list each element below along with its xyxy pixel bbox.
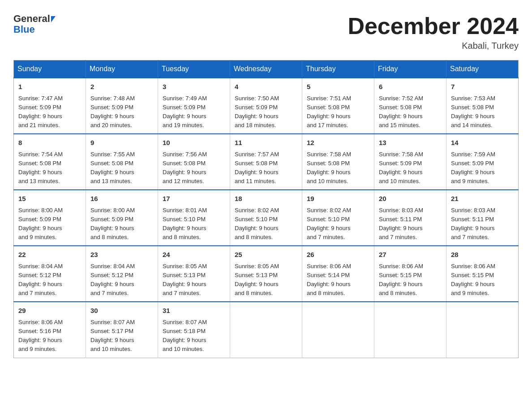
header-sunday: Sunday bbox=[14, 60, 86, 78]
calendar-table: SundayMondayTuesdayWednesdayThursdayFrid… bbox=[13, 60, 519, 358]
day-info: Sunrise: 7:49 AMSunset: 5:09 PMDaylight:… bbox=[163, 94, 225, 130]
calendar-cell bbox=[302, 302, 374, 358]
header-wednesday: Wednesday bbox=[230, 60, 302, 78]
day-info: Sunrise: 8:00 AMSunset: 5:09 PMDaylight:… bbox=[90, 206, 153, 242]
calendar-cell: 16Sunrise: 8:00 AMSunset: 5:09 PMDayligh… bbox=[86, 190, 158, 246]
calendar-cell: 19Sunrise: 8:02 AMSunset: 5:10 PMDayligh… bbox=[302, 190, 374, 246]
calendar-cell: 1Sunrise: 7:47 AMSunset: 5:09 PMDaylight… bbox=[14, 78, 86, 134]
header-thursday: Thursday bbox=[302, 60, 374, 78]
calendar-cell: 14Sunrise: 7:59 AMSunset: 5:09 PMDayligh… bbox=[446, 134, 519, 190]
calendar-cell: 30Sunrise: 8:07 AMSunset: 5:17 PMDayligh… bbox=[86, 302, 158, 358]
day-number: 20 bbox=[379, 194, 442, 204]
day-number: 31 bbox=[163, 306, 225, 316]
day-info: Sunrise: 8:07 AMSunset: 5:18 PMDaylight:… bbox=[163, 318, 225, 354]
day-number: 16 bbox=[90, 194, 153, 204]
day-number: 10 bbox=[163, 138, 225, 148]
calendar-cell: 31Sunrise: 8:07 AMSunset: 5:18 PMDayligh… bbox=[158, 302, 230, 358]
day-number: 15 bbox=[18, 194, 81, 204]
day-info: Sunrise: 7:47 AMSunset: 5:09 PMDaylight:… bbox=[18, 94, 81, 130]
day-info: Sunrise: 8:06 AMSunset: 5:14 PMDaylight:… bbox=[307, 262, 369, 298]
calendar-cell: 7Sunrise: 7:53 AMSunset: 5:08 PMDaylight… bbox=[446, 78, 519, 134]
day-number: 22 bbox=[18, 250, 81, 260]
day-info: Sunrise: 7:56 AMSunset: 5:08 PMDaylight:… bbox=[163, 150, 225, 186]
day-number: 3 bbox=[163, 82, 225, 92]
calendar-cell: 12Sunrise: 7:58 AMSunset: 5:08 PMDayligh… bbox=[302, 134, 374, 190]
day-number: 9 bbox=[90, 138, 153, 148]
calendar-cell: 18Sunrise: 8:02 AMSunset: 5:10 PMDayligh… bbox=[230, 190, 302, 246]
day-info: Sunrise: 8:03 AMSunset: 5:11 PMDaylight:… bbox=[451, 206, 514, 242]
day-number: 13 bbox=[379, 138, 442, 148]
day-number: 4 bbox=[235, 82, 297, 92]
week-row-4: 22Sunrise: 8:04 AMSunset: 5:12 PMDayligh… bbox=[14, 246, 519, 302]
calendar-cell bbox=[230, 302, 302, 358]
calendar-cell: 6Sunrise: 7:52 AMSunset: 5:08 PMDaylight… bbox=[374, 78, 446, 134]
day-info: Sunrise: 8:04 AMSunset: 5:12 PMDaylight:… bbox=[18, 262, 81, 298]
day-number: 21 bbox=[451, 194, 514, 204]
day-number: 28 bbox=[451, 250, 514, 260]
calendar-cell: 27Sunrise: 8:06 AMSunset: 5:15 PMDayligh… bbox=[374, 246, 446, 302]
header-saturday: Saturday bbox=[446, 60, 519, 78]
day-number: 25 bbox=[235, 250, 297, 260]
day-info: Sunrise: 8:02 AMSunset: 5:10 PMDaylight:… bbox=[235, 206, 297, 242]
logo-line1: General bbox=[13, 13, 56, 24]
logo: General Blue bbox=[13, 13, 56, 35]
day-number: 30 bbox=[90, 306, 153, 316]
day-number: 24 bbox=[163, 250, 225, 260]
day-info: Sunrise: 8:05 AMSunset: 5:13 PMDaylight:… bbox=[163, 262, 225, 298]
day-number: 26 bbox=[307, 250, 369, 260]
calendar-cell: 9Sunrise: 7:55 AMSunset: 5:08 PMDaylight… bbox=[86, 134, 158, 190]
calendar-cell: 21Sunrise: 8:03 AMSunset: 5:11 PMDayligh… bbox=[446, 190, 519, 246]
day-info: Sunrise: 8:01 AMSunset: 5:10 PMDaylight:… bbox=[163, 206, 225, 242]
calendar-cell: 13Sunrise: 7:58 AMSunset: 5:09 PMDayligh… bbox=[374, 134, 446, 190]
day-number: 8 bbox=[18, 138, 81, 148]
day-info: Sunrise: 7:53 AMSunset: 5:08 PMDaylight:… bbox=[451, 94, 514, 130]
day-number: 23 bbox=[90, 250, 153, 260]
day-info: Sunrise: 7:51 AMSunset: 5:08 PMDaylight:… bbox=[307, 94, 369, 130]
day-info: Sunrise: 7:58 AMSunset: 5:08 PMDaylight:… bbox=[307, 150, 369, 186]
day-info: Sunrise: 7:52 AMSunset: 5:08 PMDaylight:… bbox=[379, 94, 442, 130]
day-info: Sunrise: 8:06 AMSunset: 5:16 PMDaylight:… bbox=[18, 318, 81, 354]
logo-general-text: General bbox=[13, 13, 50, 24]
calendar-cell bbox=[374, 302, 446, 358]
day-number: 11 bbox=[235, 138, 297, 148]
week-row-1: 1Sunrise: 7:47 AMSunset: 5:09 PMDaylight… bbox=[14, 78, 519, 134]
location-text: Kabali, Turkey bbox=[348, 41, 519, 51]
day-info: Sunrise: 8:02 AMSunset: 5:10 PMDaylight:… bbox=[307, 206, 369, 242]
calendar-cell: 11Sunrise: 7:57 AMSunset: 5:08 PMDayligh… bbox=[230, 134, 302, 190]
calendar-cell: 25Sunrise: 8:05 AMSunset: 5:13 PMDayligh… bbox=[230, 246, 302, 302]
logo-line2: Blue bbox=[13, 24, 56, 35]
day-info: Sunrise: 8:00 AMSunset: 5:09 PMDaylight:… bbox=[18, 206, 81, 242]
week-row-5: 29Sunrise: 8:06 AMSunset: 5:16 PMDayligh… bbox=[14, 302, 519, 358]
calendar-cell: 5Sunrise: 7:51 AMSunset: 5:08 PMDaylight… bbox=[302, 78, 374, 134]
logo-triangle-icon bbox=[51, 16, 56, 22]
calendar-cell: 29Sunrise: 8:06 AMSunset: 5:16 PMDayligh… bbox=[14, 302, 86, 358]
day-number: 27 bbox=[379, 250, 442, 260]
day-number: 19 bbox=[307, 194, 369, 204]
day-number: 18 bbox=[235, 194, 297, 204]
day-info: Sunrise: 8:03 AMSunset: 5:11 PMDaylight:… bbox=[379, 206, 442, 242]
day-number: 1 bbox=[18, 82, 81, 92]
day-number: 14 bbox=[451, 138, 514, 148]
calendar-cell: 10Sunrise: 7:56 AMSunset: 5:08 PMDayligh… bbox=[158, 134, 230, 190]
day-number: 12 bbox=[307, 138, 369, 148]
calendar-cell: 15Sunrise: 8:00 AMSunset: 5:09 PMDayligh… bbox=[14, 190, 86, 246]
logo-blue-text: Blue bbox=[13, 24, 35, 35]
month-title: December 2024 bbox=[348, 13, 519, 39]
calendar-cell: 4Sunrise: 7:50 AMSunset: 5:09 PMDaylight… bbox=[230, 78, 302, 134]
day-info: Sunrise: 7:50 AMSunset: 5:09 PMDaylight:… bbox=[235, 94, 297, 130]
title-area: December 2024 Kabali, Turkey bbox=[348, 13, 519, 51]
calendar-header-row: SundayMondayTuesdayWednesdayThursdayFrid… bbox=[14, 60, 519, 78]
header-friday: Friday bbox=[374, 60, 446, 78]
day-number: 7 bbox=[451, 82, 514, 92]
day-info: Sunrise: 7:57 AMSunset: 5:08 PMDaylight:… bbox=[235, 150, 297, 186]
page-header: General Blue December 2024 Kabali, Turke… bbox=[13, 13, 519, 51]
calendar-cell: 8Sunrise: 7:54 AMSunset: 5:08 PMDaylight… bbox=[14, 134, 86, 190]
calendar-cell: 28Sunrise: 8:06 AMSunset: 5:15 PMDayligh… bbox=[446, 246, 519, 302]
calendar-cell bbox=[446, 302, 519, 358]
day-number: 17 bbox=[163, 194, 225, 204]
day-info: Sunrise: 7:55 AMSunset: 5:08 PMDaylight:… bbox=[90, 150, 153, 186]
week-row-2: 8Sunrise: 7:54 AMSunset: 5:08 PMDaylight… bbox=[14, 134, 519, 190]
day-number: 6 bbox=[379, 82, 442, 92]
day-info: Sunrise: 8:06 AMSunset: 5:15 PMDaylight:… bbox=[379, 262, 442, 298]
day-info: Sunrise: 8:05 AMSunset: 5:13 PMDaylight:… bbox=[235, 262, 297, 298]
